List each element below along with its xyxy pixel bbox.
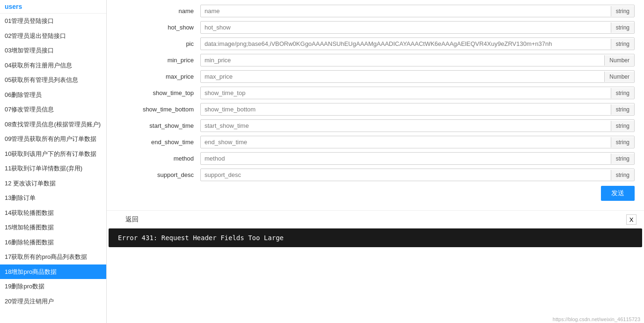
sidebar: users 01管理员登陆接口02管理员退出登陆接口03增加管理员接口04获取所… bbox=[0, 0, 107, 323]
sidebar-item-01[interactable]: 01管理员登陆接口 bbox=[0, 14, 106, 29]
form-type-badge-max_price: Number bbox=[604, 72, 634, 82]
close-button[interactable]: X bbox=[626, 214, 637, 225]
form-input-wrap-pic: string bbox=[200, 37, 635, 50]
form-type-badge-end_show_time: string bbox=[611, 137, 634, 147]
form-label-max_price: max_price bbox=[125, 73, 200, 80]
form-row-hot_show: hot_showstring bbox=[125, 21, 635, 34]
form-input-wrap-min_price: Number bbox=[200, 54, 635, 66]
sidebar-item-07[interactable]: 07修改管理员信息 bbox=[0, 102, 106, 117]
form-input-method[interactable] bbox=[201, 153, 611, 164]
footer-url: https://blog.csdn.net/weixin_46115723 bbox=[553, 316, 640, 322]
form-label-name: name bbox=[125, 7, 200, 15]
form-row-method: methodstring bbox=[125, 152, 635, 165]
form-type-badge-method: string bbox=[611, 154, 634, 164]
form-label-method: method bbox=[125, 155, 200, 162]
form-input-wrap-start_show_time: string bbox=[200, 119, 635, 132]
form-input-wrap-max_price: Number bbox=[200, 70, 635, 83]
form-label-show_time_top: show_time_top bbox=[125, 89, 200, 96]
form-label-hot_show: hot_show bbox=[125, 24, 200, 31]
form-input-wrap-hot_show: string bbox=[200, 21, 635, 34]
send-button[interactable]: 发送 bbox=[601, 186, 635, 201]
form-type-badge-show_time_bottom: string bbox=[611, 104, 634, 115]
form-input-show_time_top[interactable] bbox=[201, 87, 611, 99]
form-type-badge-support_desc: string bbox=[611, 170, 634, 180]
sidebar-item-10[interactable]: 10获取到该用户下的所有订单数据 bbox=[0, 147, 106, 162]
form-input-pic[interactable] bbox=[201, 38, 611, 50]
form-row-support_desc: support_descstring bbox=[125, 169, 635, 181]
form-row-show_time_top: show_time_topstring bbox=[125, 87, 635, 99]
sidebar-item-14[interactable]: 14获取轮播图数据 bbox=[0, 206, 106, 220]
form-row-max_price: max_priceNumber bbox=[125, 70, 635, 83]
form-input-start_show_time[interactable] bbox=[201, 120, 611, 132]
form-area: namestringhot_showstringpicstringmin_pri… bbox=[107, 0, 644, 210]
form-label-pic: pic bbox=[125, 40, 200, 47]
return-button[interactable]: 返回 bbox=[125, 215, 139, 224]
form-type-badge-show_time_top: string bbox=[611, 88, 634, 98]
sidebar-item-20[interactable]: 20管理员注销用户 bbox=[0, 294, 106, 309]
send-row: 发送 bbox=[125, 186, 635, 201]
sidebar-item-19[interactable]: 19删除pro数据 bbox=[0, 279, 106, 294]
form-row-name: namestring bbox=[125, 5, 635, 17]
form-type-badge-hot_show: string bbox=[611, 22, 634, 33]
sidebar-item-12[interactable]: 12 更改该订单数据 bbox=[0, 176, 106, 191]
form-row-end_show_time: end_show_timestring bbox=[125, 136, 635, 148]
form-type-badge-name: string bbox=[611, 6, 634, 16]
form-label-show_time_bottom: show_time_bottom bbox=[125, 106, 200, 113]
form-label-start_show_time: start_show_time bbox=[125, 122, 200, 129]
form-row-min_price: min_priceNumber bbox=[125, 54, 635, 66]
form-type-badge-min_price: Number bbox=[604, 55, 634, 66]
form-input-max_price[interactable] bbox=[201, 71, 604, 82]
sidebar-item-06[interactable]: 06删除管理员 bbox=[0, 88, 106, 103]
sidebar-header: users bbox=[0, 0, 106, 14]
sidebar-item-05[interactable]: 05获取所有管理员列表信息 bbox=[0, 73, 106, 88]
form-row-pic: picstring bbox=[125, 37, 635, 50]
form-row-show_time_bottom: show_time_bottomstring bbox=[125, 103, 635, 116]
form-input-wrap-name: string bbox=[200, 5, 635, 17]
main-content: namestringhot_showstringpicstringmin_pri… bbox=[107, 0, 644, 323]
sidebar-item-02[interactable]: 02管理员退出登陆接口 bbox=[0, 29, 106, 44]
sidebar-item-03[interactable]: 03增加管理员接口 bbox=[0, 43, 106, 58]
form-row-start_show_time: start_show_timestring bbox=[125, 119, 635, 132]
form-input-wrap-show_time_bottom: string bbox=[200, 103, 635, 116]
form-input-hot_show[interactable] bbox=[201, 22, 611, 33]
form-input-support_desc[interactable] bbox=[201, 169, 611, 181]
sidebar-item-11[interactable]: 11获取到订单详情数据(弃用) bbox=[0, 161, 106, 176]
form-input-min_price[interactable] bbox=[201, 54, 604, 66]
error-bar: Error 431: Request Header Fields Too Lar… bbox=[109, 228, 642, 247]
form-type-badge-pic: string bbox=[611, 39, 634, 49]
sidebar-item-15[interactable]: 15增加轮播图数据 bbox=[0, 220, 106, 235]
sidebar-item-09[interactable]: 09管理员获取所有的用户订单数据 bbox=[0, 132, 106, 147]
form-input-name[interactable] bbox=[201, 5, 611, 17]
form-type-badge-start_show_time: string bbox=[611, 121, 634, 131]
sidebar-item-16[interactable]: 16删除轮播图数据 bbox=[0, 235, 106, 250]
sidebar-item-04[interactable]: 04获取所有注册用户信息 bbox=[0, 58, 106, 73]
sidebar-item-13[interactable]: 13删除订单 bbox=[0, 191, 106, 206]
form-input-wrap-end_show_time: string bbox=[200, 136, 635, 148]
form-input-show_time_bottom[interactable] bbox=[201, 103, 611, 115]
sidebar-item-08[interactable]: 08查找管理员信息(根据管理员账户) bbox=[0, 117, 106, 132]
form-label-support_desc: support_desc bbox=[125, 171, 200, 178]
form-input-end_show_time[interactable] bbox=[201, 136, 611, 148]
form-input-wrap-method: string bbox=[200, 152, 635, 165]
form-input-wrap-support_desc: string bbox=[200, 169, 635, 181]
form-input-wrap-show_time_top: string bbox=[200, 87, 635, 99]
sidebar-item-17[interactable]: 17获取所有的pro商品列表数据 bbox=[0, 250, 106, 264]
return-bar: 返回 X bbox=[107, 210, 644, 228]
sidebar-item-18[interactable]: 18增加pro商品数据 bbox=[0, 264, 106, 279]
form-label-min_price: min_price bbox=[125, 57, 200, 64]
form-label-end_show_time: end_show_time bbox=[125, 139, 200, 146]
